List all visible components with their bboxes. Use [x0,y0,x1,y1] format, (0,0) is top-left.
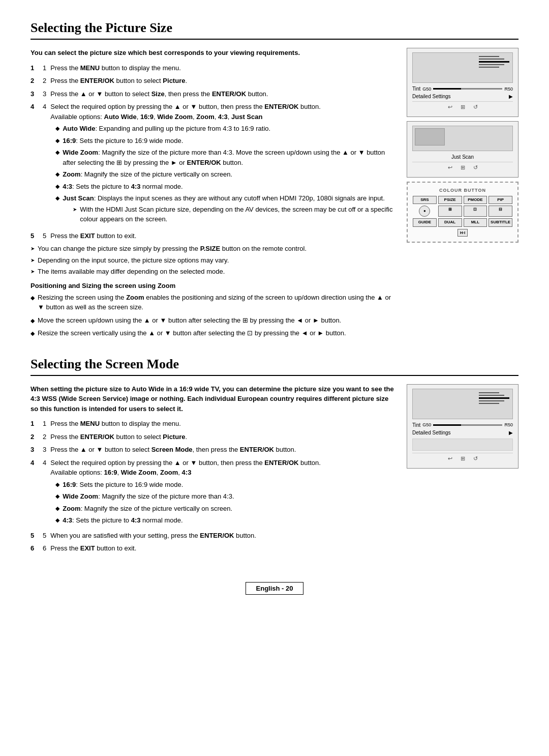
remote-bottom-row: H·I [413,229,512,237]
section1-diagrams: Tint G50 R50 Detailed Settings ▶ ↩ ⊞ ↺ [407,48,518,243]
tv-icon-back-3: ↩ [448,455,452,462]
tint-row: Tint G50 R50 [412,86,513,92]
screen-inner-3 [412,389,513,419]
tint-slider [433,88,502,90]
footer-text: English - 20 [256,585,293,592]
step-1: 1 Press the MENU button to display the m… [30,63,396,73]
tv-icons-2: ↩ ⊞ ↺ [412,162,513,173]
positioning-item-2: Move the screen up/down using the ▲ or ▼… [30,315,396,326]
note-3: The items available may differ depending… [30,267,396,277]
tint-fill [433,88,461,90]
menu-line [479,64,504,65]
step-4: 4 Select the required option by pressing… [30,102,396,228]
tv-icon-return-2: ↺ [473,164,478,171]
menu-line-highlight [479,61,509,63]
option-wide-zoom: Wide Zoom: Magnify the size of the pictu… [55,148,396,167]
footer: English - 20 [30,577,518,595]
positioning-item-3: Resize the screen vertically using the ▲… [30,328,396,338]
option-zoom: Zoom: Magnify the size of the picture ve… [55,169,396,180]
menu-line [479,403,499,404]
section-picture-size: Selecting the Picture Size You can selec… [30,20,518,341]
section1-title: Selecting the Picture Size [30,20,518,40]
menu-line [479,400,504,401]
remote-diagram: COLOUR BUTTON SRS PSIZE PMODE PIP ● ⊞ ⊡ … [407,182,518,243]
just-scan-inner [412,126,513,151]
screen-inner-1 [412,52,513,83]
section2-diagrams: Tint G50 R50 Detailed Settings ▶ ↩ ⊞ ↺ [407,384,518,469]
tv-icon-select: ⊞ [461,104,465,110]
just-scan-subnotes: With the HDMI Just Scan picture size, de… [63,205,396,224]
tv-icons-1: ↩ ⊞ ↺ [412,101,513,112]
section1-text-column: You can select the picture size which be… [30,48,396,341]
tv-icons-3: ↩ ⊞ ↺ [412,453,513,464]
positioning-item-1: Resizing the screen using the Zoom enabl… [30,293,396,312]
step-2: 2 Press the ENTER/OK button to select Pi… [30,76,396,86]
section1-steps: 1 Press the MENU button to display the m… [30,63,396,241]
step-3: 3 Press the ▲ or ▼ button to select Size… [30,89,396,99]
s2-step-6: 6 Press the EXIT button to exit. [30,543,396,554]
s2-step-4: 4 Select the required option by pressing… [30,458,396,528]
s2-step-5: 5 When you are satisfied with your setti… [30,531,396,541]
menu-line-highlight [479,397,509,399]
tv-icon-select-3: ⊞ [461,455,465,462]
remote-buttons: SRS PSIZE PMODE PIP ● ⊞ ⊡ ⊟ GUIDE DUAL M… [413,196,512,227]
section-screen-mode: Selecting the Screen Mode When setting t… [30,357,518,557]
tint-label-3: Tint [412,422,420,428]
tint-slider-3 [433,424,502,426]
section2-text-column: When setting the picture size to Auto Wi… [30,384,396,557]
s2-option-4-3: 4:3: Sets the picture to 4:3 normal mode… [55,515,396,526]
remote-btn-circle: ● [419,206,430,217]
s2-step-2: 2 Press the ENTER/OK button to select Pi… [30,432,396,442]
remote-btn-dual: DUAL [438,218,462,226]
s2-option-wide-zoom: Wide Zoom: Magnify the size of the pictu… [55,491,396,502]
detailed-settings-arrow: ▶ [509,94,513,99]
remote-btn-e2: ⊡ [464,206,487,217]
just-scan-note: With the HDMI Just Scan picture size, de… [73,205,396,224]
remote-btn-e3: ⊟ [489,206,512,217]
option-auto-wide: Auto Wide: Expanding and pulling up the … [55,124,396,134]
tint-label: Tint [412,86,420,92]
tv-diagram-2: Just Scan ↩ ⊞ ↺ [407,121,518,178]
tint-row-3: Tint G50 R50 [412,422,513,428]
section1-intro: You can select the picture size which be… [30,48,396,58]
note-2: Depending on the input source, the pictu… [30,255,396,266]
remote-btn-pmode: PMODE [464,196,487,204]
remote-btn-mll: MLL [464,218,487,226]
note-1: You can change the picture size simply b… [30,244,396,254]
section2-title: Selecting the Screen Mode [30,357,518,376]
s2-step-3: 3 Press the ▲ or ▼ button to select Scre… [30,445,396,455]
step-5: 5 Press the EXIT button to exit. [30,231,396,241]
options-list-2: 16:9: Sets the picture to 16:9 wide mode… [50,480,396,526]
detailed-settings-row-3: Detailed Settings ▶ [412,430,513,435]
detailed-settings-arrow-3: ▶ [509,430,513,435]
tint-right-3: R50 [504,422,513,427]
just-scan-label: Just Scan [412,154,513,160]
detailed-settings-label: Detailed Settings [412,94,451,99]
tv-diagram-3: Tint G50 R50 Detailed Settings ▶ ↩ ⊞ ↺ [407,384,518,469]
tint-left-3: G50 [422,422,431,427]
remote-label: COLOUR BUTTON [413,188,512,193]
tint-right: R50 [504,86,513,92]
menu-line [479,59,504,60]
menu-line [479,56,499,57]
remote-btn-guide: GUIDE [413,218,437,226]
section2-steps: 1 Press the MENU button to display the m… [30,419,396,554]
menu-line [479,392,499,393]
s2-option-16-9: 16:9: Sets the picture to 16:9 wide mode… [55,480,396,490]
menu-lines-3 [479,392,509,404]
section1-notes: You can change the picture size simply b… [30,244,396,277]
section2-intro: When setting the picture size to Auto Wi… [30,384,396,414]
tv-icon-back: ↩ [448,104,452,110]
tv-diagram-1: Tint G50 R50 Detailed Settings ▶ ↩ ⊞ ↺ [407,48,518,117]
positioning-list: Resizing the screen using the Zoom enabl… [30,293,396,338]
menu-lines-1 [479,56,509,68]
positioning-title: Positioning and Sizing the screen using … [30,282,396,289]
s2-option-zoom: Zoom: Magnify the size of the picture ve… [55,504,396,514]
option-16-9: 16:9: Sets the picture to 16:9 wide mode… [55,136,396,146]
tv-icon-return: ↺ [473,104,478,110]
tv-icon-return-3: ↺ [473,455,478,462]
remote-btn-psize: PSIZE [438,196,462,204]
option-4-3: 4:3: Sets the picture to 4:3 normal mode… [55,182,396,192]
remote-btn-pip: PIP [489,196,512,204]
tint-left: G50 [422,86,431,92]
